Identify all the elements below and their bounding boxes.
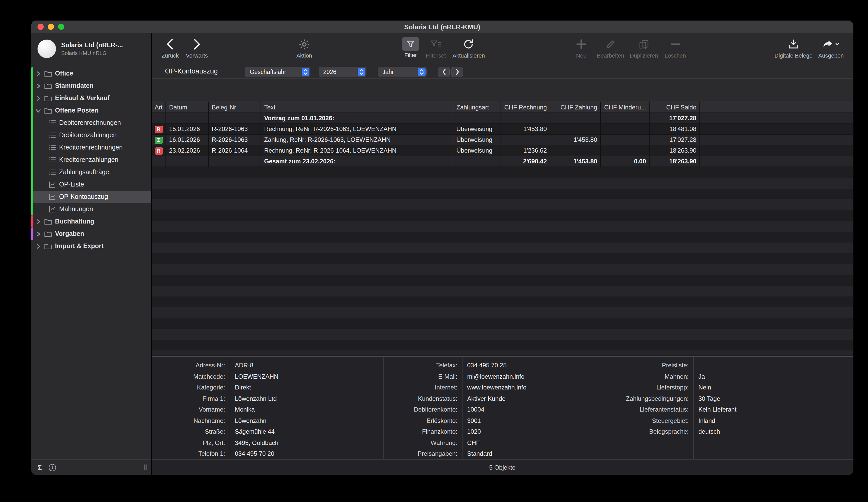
gear-icon [298, 37, 310, 51]
filterset-button[interactable]: Filterset [426, 37, 446, 59]
zahlungsart-cell: Überweisung [453, 135, 501, 145]
sidebar-item-debitorenzahlungen[interactable]: Debitorenzahlungen [31, 129, 151, 141]
next-period-button[interactable] [451, 67, 463, 77]
sidebar-item-office[interactable]: Office [31, 67, 151, 80]
invoice-badge: R [154, 147, 163, 154]
text-cell: Rechnung, ReNr: R-2026-1063, LOEWENZAHN [261, 124, 453, 135]
folder-icon [44, 218, 52, 225]
content-gap [152, 79, 853, 102]
table-row-payment-1[interactable]: Z 16.01.2026 R-2026-1063 Zahlung, ReNr: … [152, 135, 853, 145]
duplicate-icon [639, 37, 649, 51]
column-header-datum[interactable]: Datum [166, 102, 209, 113]
column-header-beleg[interactable]: Beleg-Nr [209, 102, 261, 113]
previous-period-button[interactable] [438, 67, 450, 77]
zoom-button[interactable] [58, 24, 64, 30]
sidebar-item-kreditorenzahlungen[interactable]: Kreditorenzahlungen [31, 154, 151, 166]
table-row-vortrag[interactable]: Vortrag zum 01.01.2026: 17'027.28 [152, 113, 853, 124]
sidebar-item-op-liste[interactable]: OP-Liste [31, 178, 151, 191]
pencil-icon [605, 37, 616, 51]
filter-button[interactable]: Filter [402, 37, 419, 58]
forward-button[interactable]: Vorwärts [186, 37, 208, 59]
delete-button[interactable]: Löschen [664, 37, 686, 59]
granularity-dropdown[interactable]: Jahr [378, 67, 426, 77]
chart-icon [49, 181, 56, 188]
sidebar-item-stammdaten[interactable]: Stammdaten [31, 80, 151, 92]
sidebar-item-import-export[interactable]: Import & Export [31, 240, 151, 252]
folder-icon [44, 243, 52, 250]
column-header-filler [700, 102, 853, 113]
minimize-button[interactable] [48, 24, 54, 30]
filterset-icon [430, 37, 442, 51]
sidebar-footer: Σ i [31, 459, 151, 475]
invoice-badge: R [154, 126, 163, 133]
info-button[interactable]: i [49, 464, 56, 471]
sidebar-item-mahnungen[interactable]: Mahnungen [31, 203, 151, 215]
digital-receipts-button[interactable]: Digitale Belege [774, 37, 813, 59]
detail-group-contact: Telefax: E-Mail: Internet: Kundenstatus:… [383, 357, 616, 459]
sidebar-item-label: Kreditorenzahlungen [59, 156, 118, 164]
sidebar-item-einkauf-verkauf[interactable]: Einkauf & Verkauf [31, 92, 151, 104]
duplicate-button[interactable]: Duplizieren [630, 37, 658, 59]
filler-cell [700, 113, 853, 124]
download-tray-icon [788, 37, 799, 51]
folder-icon [44, 83, 52, 89]
sidebar-item-offene-posten[interactable]: Offene Posten [31, 104, 151, 117]
chevron-down-icon [835, 43, 839, 46]
output-button[interactable]: Ausgeben [818, 37, 844, 59]
period-type-dropdown[interactable]: Geschäftsjahr [245, 67, 310, 77]
empty-cell [166, 113, 209, 124]
share-icon [823, 37, 839, 51]
empty-cell [209, 113, 261, 124]
folder-icon [44, 70, 52, 77]
column-header-rechnung[interactable]: CHF Rechnung [501, 102, 550, 113]
sidebar-item-buchhaltung[interactable]: Buchhaltung [31, 215, 151, 228]
column-header-zahlungsart[interactable]: Zahlungsart [453, 102, 501, 113]
sum-button[interactable]: Σ [38, 463, 42, 471]
period-type-value: Geschäftsjahr [250, 69, 286, 75]
sidebar-item-label: Mahnungen [59, 206, 93, 213]
zahlung-cell: 1'453.80 [550, 135, 601, 145]
column-header-text[interactable]: Text [261, 102, 453, 113]
edit-button[interactable]: Bearbeiten [597, 37, 624, 59]
new-button[interactable]: Neu [576, 37, 587, 59]
chevron-right-icon [35, 83, 41, 88]
action-button[interactable]: Aktion [296, 37, 312, 59]
sidebar-item-label: Stammdaten [55, 82, 94, 90]
sidebar-item-kreditorenrechnungen[interactable]: Kreditorenrechnungen [31, 141, 151, 154]
sidebar-item-debitorenrechnungen[interactable]: Debitorenrechnungen [31, 117, 151, 129]
company-header[interactable]: Solaris Ltd (nRLR-... Solaris KMU nRLG [31, 33, 151, 64]
sidebar-item-label: Offene Posten [55, 107, 99, 114]
art-cell: R [152, 124, 166, 135]
sidebar-item-op-kontoauszug[interactable]: OP-Kontoauszug [31, 191, 151, 203]
sidebar-resize-handle[interactable] [143, 464, 147, 470]
table-row-total[interactable]: Gesamt zum 23.02.2026: 2'690.42 1'453.80… [152, 156, 853, 167]
sidebar-item-vorgaben[interactable]: Vorgaben [31, 228, 151, 240]
popup-arrows-icon [358, 68, 365, 76]
category-color-strip-green [31, 67, 33, 215]
filler-cell [700, 124, 853, 135]
saldo-cell: 17'027.28 [650, 135, 700, 145]
folder-icon [44, 230, 52, 237]
table-row-invoice-2[interactable]: R 23.02.2026 R-2026-1064 Rechnung, ReNr:… [152, 145, 853, 156]
close-button[interactable] [38, 24, 44, 30]
table-row-invoice-1[interactable]: R 15.01.2026 R-2026-1063 Rechnung, ReNr:… [152, 124, 853, 135]
year-dropdown[interactable]: 2026 [319, 67, 366, 77]
sidebar-item-zahlungsauftraege[interactable]: Zahlungsaufträge [31, 166, 151, 178]
saldo-cell: 17'027.28 [650, 113, 700, 124]
back-button[interactable]: Zurück [161, 37, 178, 59]
sidebar-item-label: Buchhaltung [55, 218, 94, 225]
column-header-saldo[interactable]: CHF Saldo [650, 102, 700, 113]
column-header-zahlung[interactable]: CHF Zahlung [550, 102, 601, 113]
folder-icon [44, 95, 52, 102]
statement-table: Art Datum Beleg-Nr Text Zahlungsart CHF … [152, 102, 853, 356]
year-value: 2026 [323, 69, 337, 75]
column-header-minderung[interactable]: CHF Minderu... [601, 102, 650, 113]
empty-cell [550, 113, 601, 124]
saldo-cell: 18'263.90 [650, 156, 700, 167]
refresh-button[interactable]: Aktualisieren [453, 37, 485, 59]
sidebar-item-label: Kreditorenrechnungen [59, 144, 123, 151]
chevron-down-icon [35, 108, 41, 113]
company-subtitle: Solaris KMU nRLG [61, 50, 123, 56]
list-icon [49, 132, 56, 139]
column-header-art[interactable]: Art [152, 102, 166, 113]
